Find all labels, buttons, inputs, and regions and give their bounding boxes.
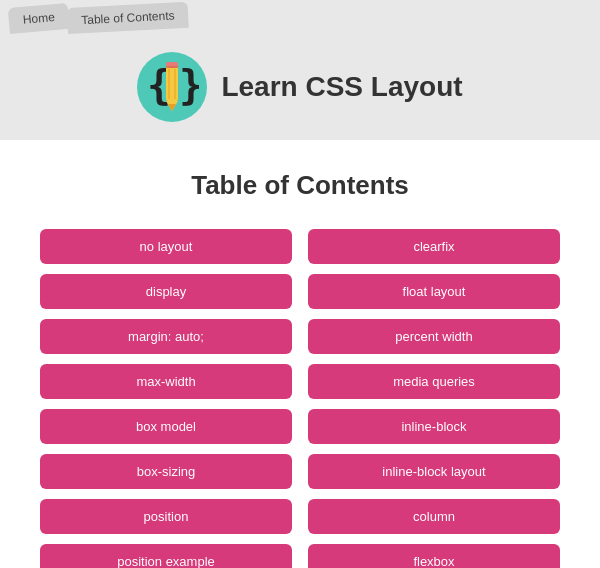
nav-tab-home[interactable]: Home	[8, 3, 70, 34]
toc-btn-left-7[interactable]: position example	[40, 544, 292, 568]
toc-btn-left-2[interactable]: margin: auto;	[40, 319, 292, 354]
toc-btn-right-1[interactable]: float layout	[308, 274, 560, 309]
site-title: Learn CSS Layout	[221, 71, 462, 103]
top-nav: Home Table of Contents	[0, 0, 600, 34]
toc-btn-left-1[interactable]: display	[40, 274, 292, 309]
toc-btn-right-4[interactable]: inline-block	[308, 409, 560, 444]
nav-tab-toc[interactable]: Table of Contents	[67, 2, 190, 34]
main-content: Table of Contents no layoutclearfixdispl…	[0, 140, 600, 568]
svg-text:}: }	[179, 62, 199, 108]
svg-rect-6	[166, 66, 178, 68]
toc-btn-right-2[interactable]: percent width	[308, 319, 560, 354]
toc-grid: no layoutclearfixdisplayfloat layoutmarg…	[40, 229, 560, 568]
toc-btn-right-5[interactable]: inline-block layout	[308, 454, 560, 489]
toc-btn-left-4[interactable]: box model	[40, 409, 292, 444]
toc-btn-left-3[interactable]: max-width	[40, 364, 292, 399]
toc-btn-left-6[interactable]: position	[40, 499, 292, 534]
toc-btn-right-7[interactable]: flexbox	[308, 544, 560, 568]
page-title: Table of Contents	[40, 170, 560, 201]
svg-rect-2	[166, 65, 178, 101]
toc-btn-right-3[interactable]: media queries	[308, 364, 560, 399]
header: { } Learn CSS Layout	[0, 34, 600, 140]
logo-svg: { }	[145, 57, 199, 117]
logo-icon: { }	[137, 52, 207, 122]
toc-btn-right-6[interactable]: column	[308, 499, 560, 534]
toc-btn-right-0[interactable]: clearfix	[308, 229, 560, 264]
toc-btn-left-0[interactable]: no layout	[40, 229, 292, 264]
toc-btn-left-5[interactable]: box-sizing	[40, 454, 292, 489]
